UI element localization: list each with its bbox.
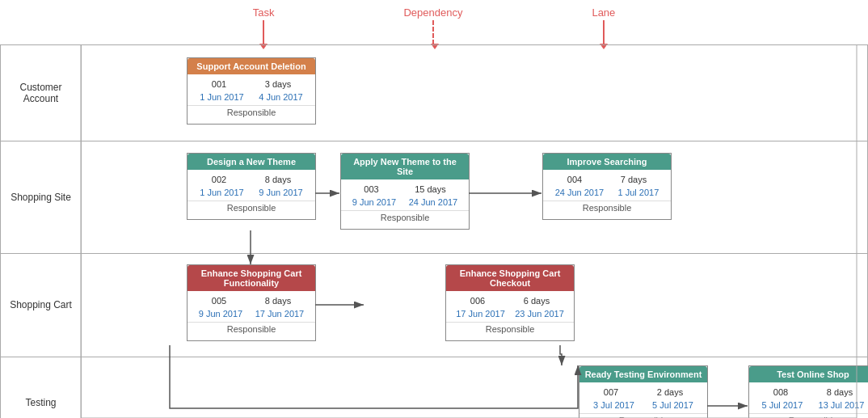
task-007-title: Ready Testing Environment (579, 366, 707, 382)
task-004-responsible: Responsible (543, 201, 671, 216)
task-002[interactable]: Design a New Theme 002 8 days 1 Jun 2017… (187, 153, 316, 220)
task-006-start: 17 Jun 2017 (456, 309, 505, 319)
legend-lane-label: Lane (592, 6, 615, 19)
task-008-end: 13 Jul 2017 (819, 400, 865, 410)
task-006-number: 006 (470, 296, 485, 306)
task-005-number: 005 (212, 296, 226, 306)
legend-lane-arrow (603, 20, 605, 44)
task-008-responsible: Responsible (749, 413, 868, 418)
lane-shopping-cart-label: Shopping Cart (1, 252, 82, 357)
task-008-body: 008 8 days 5 Jul 2017 13 Jul 2017 Respon… (749, 382, 868, 418)
task-001-meta: 001 3 days (188, 78, 315, 91)
task-004-meta: 004 7 days (543, 173, 671, 186)
task-005-dates: 9 Jun 2017 17 Jun 2017 (188, 307, 315, 320)
legend-lane: Lane (592, 6, 615, 44)
task-005-title: Enhance Shopping Cart Functionality (188, 265, 315, 291)
task-006-duration: 6 days (524, 296, 550, 306)
task-008-meta: 008 8 days (749, 386, 868, 399)
task-002-end: 9 Jun 2017 (259, 188, 302, 197)
legend-task-arrow (263, 20, 264, 44)
task-008-number: 008 (773, 387, 788, 397)
task-005-duration: 8 days (265, 296, 291, 306)
task-003-title: Apply New Theme to the Site (341, 154, 469, 179)
task-002-body: 002 8 days 1 Jun 2017 9 Jun 2017 Respons… (188, 170, 315, 219)
task-001-body: 001 3 days 1 Jun 2017 4 Jun 2017 Respons… (188, 74, 315, 124)
task-007-duration: 2 days (657, 387, 683, 397)
task-003-body: 003 15 days 9 Jun 2017 24 Jun 2017 Respo… (341, 179, 469, 229)
task-001-end: 4 Jun 2017 (259, 92, 302, 102)
task-006-dates: 17 Jun 2017 23 Jun 2017 (446, 307, 574, 320)
lane-customer-account: Customer Account Support Account Deletio… (0, 44, 868, 141)
lane-customer-account-content: Support Account Deletion 001 3 days 1 Ju… (82, 45, 867, 141)
task-007-responsible: Responsible (579, 413, 707, 418)
task-007-body: 007 2 days 3 Jul 2017 5 Jul 2017 Respons… (579, 382, 707, 418)
task-006-title: Enhance Shopping Cart Checkout (446, 265, 574, 291)
task-006[interactable]: Enhance Shopping Cart Checkout 006 6 day… (445, 264, 575, 341)
lane-shopping-site-content: Design a New Theme 002 8 days 1 Jun 2017… (82, 141, 867, 253)
task-008[interactable]: Test Online Shop 008 8 days 5 Jul 2017 1… (748, 365, 868, 418)
legend-dependency-arrow (432, 20, 434, 44)
task-003-duration: 15 days (415, 184, 446, 194)
task-003-dates: 9 Jun 2017 24 Jun 2017 (341, 196, 469, 209)
lane-shopping-cart-content: Enhance Shopping Cart Functionality 005 … (82, 252, 867, 357)
task-003-start: 9 Jun 2017 (352, 197, 396, 207)
task-001-title: Support Account Deletion (188, 58, 315, 74)
task-005-end: 17 Jun 2017 (255, 309, 305, 319)
task-008-start: 5 Jul 2017 (762, 400, 803, 410)
lane-shopping-cart: Shopping Cart Enhance Shopping Cart Func… (0, 252, 868, 357)
task-002-meta: 002 8 days (188, 173, 315, 186)
task-002-responsible: Responsible (188, 201, 315, 216)
task-003-number: 003 (364, 184, 378, 194)
task-006-responsible: Responsible (446, 322, 574, 337)
task-008-title: Test Online Shop (749, 366, 868, 382)
task-001-dates: 1 Jun 2017 4 Jun 2017 (188, 91, 315, 103)
task-002-number: 002 (212, 175, 226, 184)
task-003[interactable]: Apply New Theme to the Site 003 15 days … (340, 153, 470, 230)
lanes: Customer Account Support Account Deletio… (0, 44, 868, 418)
task-004-end: 1 Jul 2017 (618, 188, 659, 197)
task-005-meta: 005 8 days (188, 294, 315, 307)
task-007-meta: 007 2 days (579, 386, 707, 399)
lane-shopping-site-label: Shopping Site (1, 141, 82, 253)
task-005[interactable]: Enhance Shopping Cart Functionality 005 … (187, 264, 316, 341)
legend-task-label: Task (253, 6, 275, 19)
task-004-title: Improve Searching (543, 154, 671, 170)
diagram-container: Task Dependency Lane Customer Account Su… (0, 0, 868, 418)
task-002-dates: 1 Jun 2017 9 Jun 2017 (188, 186, 315, 199)
task-005-responsible: Responsible (188, 322, 315, 337)
legend-dependency-label: Dependency (403, 6, 462, 19)
lane-testing-label: Testing (1, 356, 82, 418)
task-001-duration: 3 days (265, 79, 291, 89)
task-004-duration: 7 days (621, 175, 647, 184)
task-004-start: 24 Jun 2017 (555, 188, 605, 197)
task-003-meta: 003 15 days (341, 183, 469, 196)
lane-testing: Testing Ready Testing Environment 007 2 … (0, 356, 868, 418)
task-005-start: 9 Jun 2017 (199, 309, 242, 319)
task-005-body: 005 8 days 9 Jun 2017 17 Jun 2017 Respon… (188, 291, 315, 340)
task-007[interactable]: Ready Testing Environment 007 2 days 3 J… (579, 365, 708, 418)
task-004-dates: 24 Jun 2017 1 Jul 2017 (543, 186, 671, 199)
task-003-responsible: Responsible (341, 210, 469, 226)
task-006-meta: 006 6 days (446, 294, 574, 307)
task-001-responsible: Responsible (188, 105, 315, 120)
legend-task: Task (253, 6, 275, 44)
task-007-number: 007 (604, 387, 618, 397)
task-006-end: 23 Jun 2017 (515, 309, 564, 319)
legend-dependency: Dependency (403, 6, 462, 44)
task-003-end: 24 Jun 2017 (409, 197, 458, 207)
task-001-number: 001 (212, 79, 226, 89)
lane-shopping-site: Shopping Site Design a New Theme 002 8 d… (0, 141, 868, 254)
lane-testing-content: Ready Testing Environment 007 2 days 3 J… (82, 356, 867, 418)
task-002-title: Design a New Theme (188, 154, 315, 170)
task-007-start: 3 Jul 2017 (593, 400, 634, 410)
lane-customer-account-label: Customer Account (1, 45, 82, 141)
task-007-dates: 3 Jul 2017 5 Jul 2017 (579, 399, 707, 412)
task-001-start: 1 Jun 2017 (200, 92, 243, 102)
task-008-dates: 5 Jul 2017 13 Jul 2017 (749, 399, 868, 412)
task-004[interactable]: Improve Searching 004 7 days 24 Jun 2017… (542, 153, 672, 220)
legend: Task Dependency Lane (0, 0, 868, 44)
task-007-end: 5 Jul 2017 (652, 400, 693, 410)
task-001[interactable]: Support Account Deletion 001 3 days 1 Ju… (187, 57, 316, 125)
task-002-duration: 8 days (265, 175, 291, 184)
task-004-number: 004 (567, 175, 582, 184)
